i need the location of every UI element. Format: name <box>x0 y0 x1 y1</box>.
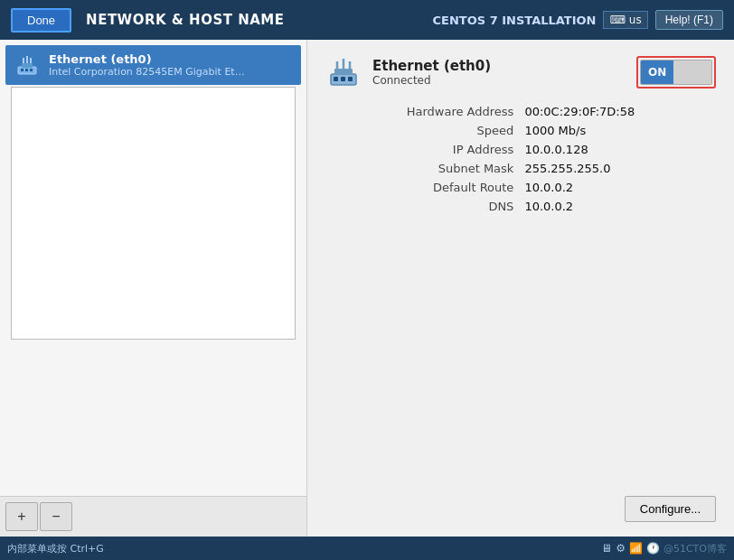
svg-rect-6 <box>25 69 28 71</box>
add-adapter-button[interactable]: + <box>5 502 38 531</box>
route-label: Default Route <box>325 181 513 194</box>
eth-info: Ethernet (eth0) Connected <box>325 54 491 90</box>
adapter-icon <box>14 52 40 78</box>
speed-value: 1000 Mb/s <box>524 124 716 137</box>
statusbar: 内部菜单或按 Ctrl+G 🖥 ⚙ 📶 🕐 @51CTO博客 <box>0 537 734 560</box>
header: Done NETWORK & HOST NAME CENTOS 7 INSTAL… <box>0 0 734 40</box>
adapter-desc: Intel Corporation 82545EM Gigabit Ethern… <box>49 66 248 78</box>
adapter-item-eth0[interactable]: Ethernet (eth0) Intel Corporation 82545E… <box>5 45 301 85</box>
adapter-list: Ethernet (eth0) Intel Corporation 82545E… <box>0 40 306 496</box>
svg-rect-1 <box>22 63 33 68</box>
adapter-controls: + − <box>0 496 306 537</box>
dns-value: 10.0.0.2 <box>524 200 716 213</box>
svg-rect-13 <box>334 77 338 81</box>
configure-button[interactable]: Configure... <box>625 496 716 522</box>
route-value: 10.0.0.2 <box>524 181 716 194</box>
eth-header: Ethernet (eth0) Connected ON <box>325 54 716 90</box>
statusbar-icons: 🖥 ⚙ 📶 🕐 @51CTO博客 <box>601 542 727 555</box>
done-button[interactable]: Done <box>11 8 71 33</box>
clock-icon: 🕐 <box>646 542 660 555</box>
subnet-value: 255.255.255.0 <box>524 162 716 175</box>
ip-label: IP Address <box>325 143 513 156</box>
right-panel: Ethernet (eth0) Connected ON Hardware Ad… <box>307 40 734 537</box>
left-panel: Ethernet (eth0) Intel Corporation 82545E… <box>0 40 307 537</box>
subnet-label: Subnet Mask <box>325 162 513 175</box>
svg-rect-14 <box>341 77 345 81</box>
eth-name-status: Ethernet (eth0) Connected <box>372 58 491 87</box>
hw-addr-label: Hardware Address <box>325 105 513 118</box>
toggle-switch[interactable]: ON <box>640 60 712 85</box>
svg-rect-7 <box>30 69 33 71</box>
header-left: Done NETWORK & HOST NAME <box>11 8 285 33</box>
keyboard-selector[interactable]: ⌨ us <box>603 11 647 29</box>
svg-rect-5 <box>21 69 24 71</box>
right-bottom: Configure... <box>325 496 716 522</box>
details-grid: Hardware Address 00:0C:29:0F:7D:58 Speed… <box>325 105 716 213</box>
watermark: @51CTO博客 <box>663 542 727 555</box>
adapter-scroll-area <box>11 87 296 340</box>
ip-value: 10.0.0.128 <box>524 143 716 156</box>
speed-label: Speed <box>325 124 513 137</box>
keyboard-icon: ⌨ <box>609 14 625 26</box>
svg-rect-9 <box>334 69 353 75</box>
remove-adapter-button[interactable]: − <box>40 502 72 531</box>
eth-icon <box>325 54 362 90</box>
toggle-off-area <box>673 61 711 84</box>
dns-label: DNS <box>325 200 513 213</box>
page-title: NETWORK & HOST NAME <box>86 12 284 28</box>
eth-name: Ethernet (eth0) <box>372 58 491 74</box>
keyboard-value: us <box>629 14 642 26</box>
eth-status: Connected <box>372 74 491 87</box>
network-status-icon: 📶 <box>629 542 643 555</box>
toggle-container: ON <box>636 56 716 89</box>
adapter-name: Ethernet (eth0) <box>49 52 248 66</box>
install-title: CENTOS 7 INSTALLATION <box>433 14 597 27</box>
adapter-text: Ethernet (eth0) Intel Corporation 82545E… <box>49 52 248 78</box>
settings-icon: ⚙ <box>616 542 626 555</box>
svg-rect-15 <box>348 77 353 81</box>
monitor-icon: 🖥 <box>601 542 612 555</box>
main-area: Ethernet (eth0) Intel Corporation 82545E… <box>0 40 734 537</box>
hw-addr-value: 00:0C:29:0F:7D:58 <box>524 105 716 118</box>
header-right: CENTOS 7 INSTALLATION ⌨ us Help! (F1) <box>433 10 723 30</box>
toggle-on-label: ON <box>641 61 673 84</box>
statusbar-text: 内部菜单或按 Ctrl+G <box>7 542 104 555</box>
help-button[interactable]: Help! (F1) <box>655 10 723 30</box>
